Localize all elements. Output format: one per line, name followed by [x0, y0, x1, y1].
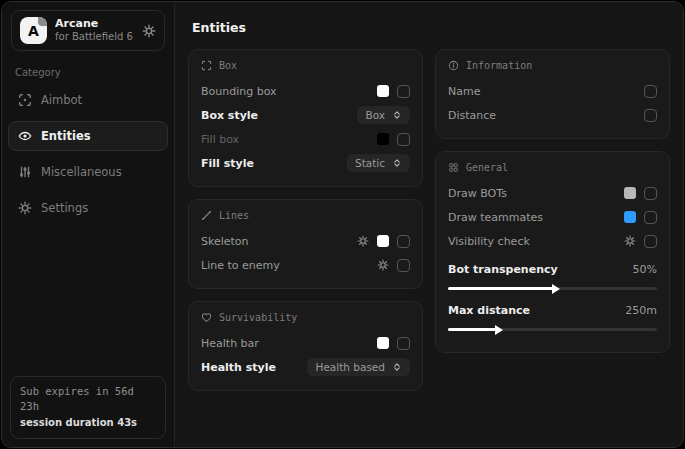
logo-corner-decoration	[38, 17, 47, 26]
color-swatch[interactable]	[377, 85, 389, 97]
brand-card: A Arcane for Battlefield 6	[11, 10, 165, 51]
row-skeleton: Skeleton	[201, 230, 410, 252]
slider-thumb[interactable]	[495, 325, 503, 335]
health-bar-checkbox[interactable]	[397, 337, 410, 350]
page-title: Entities	[192, 20, 670, 35]
bot-transparency-group: Bot transpenency 50%	[448, 258, 657, 290]
row-label: Line to enemy	[201, 259, 280, 272]
bot-transparency-value: 50%	[633, 263, 657, 276]
card-survivability: Survivability Health bar Health style He…	[188, 301, 423, 391]
row-name: Name	[448, 80, 657, 102]
color-swatch[interactable]	[377, 235, 389, 247]
sliders-icon	[17, 165, 32, 179]
bot-transparency-slider[interactable]	[448, 287, 657, 290]
line-to-enemy-settings-gear-icon[interactable]	[377, 259, 389, 271]
health-style-dropdown[interactable]: Health based	[307, 358, 410, 376]
brand-settings-icon[interactable]	[142, 24, 156, 38]
row-label: Box style	[201, 109, 258, 122]
row-health-style: Health style Health based	[201, 356, 410, 378]
brand-text: Arcane for Battlefield 6	[55, 17, 134, 43]
chevron-updown-icon	[392, 110, 402, 120]
draw-teammates-checkbox[interactable]	[644, 211, 657, 224]
row-label: Visibility check	[448, 235, 530, 248]
gear-icon	[17, 201, 32, 215]
card-box-header: Box	[201, 60, 410, 71]
row-label: Health style	[201, 361, 276, 374]
fill-box-checkbox[interactable]	[397, 133, 410, 146]
row-distance: Distance	[448, 104, 657, 126]
row-label: Name	[448, 85, 480, 98]
box-style-dropdown[interactable]: Box	[357, 106, 410, 124]
info-icon	[448, 60, 459, 71]
sidebar: A Arcane for Battlefield 6 Category Aimb…	[2, 2, 175, 447]
color-swatch[interactable]	[624, 211, 636, 223]
row-label: Draw BOTs	[448, 187, 507, 200]
row-label: Bounding box	[201, 85, 277, 98]
max-distance-value: 250m	[625, 304, 657, 317]
row-label: Fill box	[201, 133, 239, 146]
row-bounding-box: Bounding box	[201, 80, 410, 102]
session-duration-text: session duration 43s	[20, 415, 156, 430]
card-lines: Lines Skeleton Line to enem	[188, 199, 423, 289]
slider-thumb[interactable]	[552, 284, 560, 294]
row-max-distance: Max distance 250m	[448, 299, 657, 321]
skeleton-checkbox[interactable]	[397, 235, 410, 248]
fill-style-dropdown[interactable]: Static	[347, 154, 410, 172]
bounding-box-checkbox[interactable]	[397, 85, 410, 98]
card-title: Information	[466, 60, 532, 71]
sidebar-item-label: Settings	[41, 201, 88, 215]
category-label: Category	[15, 67, 174, 78]
row-label: Max distance	[448, 304, 530, 317]
grid-icon	[448, 162, 459, 173]
name-checkbox[interactable]	[644, 85, 657, 98]
visibility-check-checkbox[interactable]	[644, 235, 657, 248]
row-box-style: Box style Box	[201, 104, 410, 126]
subscription-info-card: Sub expires in 56d 23h session duration …	[10, 376, 166, 440]
color-swatch[interactable]	[624, 187, 636, 199]
box-icon	[201, 60, 212, 71]
color-swatch[interactable]	[377, 337, 389, 349]
sidebar-item-label: Aimbot	[41, 93, 82, 107]
sidebar-item-settings[interactable]: Settings	[8, 193, 168, 223]
app-logo: A	[20, 17, 47, 44]
row-bot-transparency: Bot transpenency 50%	[448, 258, 657, 280]
sidebar-item-entities[interactable]: Entities	[8, 121, 168, 151]
card-title: Box	[219, 60, 237, 71]
row-label: Draw teammates	[448, 211, 543, 224]
app-title: Arcane	[55, 17, 134, 31]
card-information: Information Name Distance	[435, 49, 670, 139]
skeleton-settings-gear-icon[interactable]	[357, 235, 369, 247]
left-column: Box Bounding box Box style Box	[188, 49, 423, 391]
distance-checkbox[interactable]	[644, 109, 657, 122]
row-health-bar: Health bar	[201, 332, 410, 354]
max-distance-group: Max distance 250m	[448, 299, 657, 331]
line-to-enemy-checkbox[interactable]	[397, 259, 410, 272]
sidebar-item-label: Miscellaneous	[41, 165, 122, 179]
app-subtitle: for Battlefield 6	[55, 31, 134, 44]
dropdown-value: Static	[355, 157, 385, 169]
main-panel: Entities Box Bounding box	[175, 2, 683, 447]
row-fill-box: Fill box	[201, 128, 410, 150]
chevron-updown-icon	[392, 158, 402, 168]
row-line-to-enemy: Line to enemy	[201, 254, 410, 276]
row-visibility-check: Visibility check	[448, 230, 657, 252]
visibility-check-settings-gear-icon[interactable]	[624, 235, 636, 247]
draw-bots-checkbox[interactable]	[644, 187, 657, 200]
color-swatch[interactable]	[377, 133, 389, 145]
max-distance-slider[interactable]	[448, 328, 657, 331]
chevron-updown-icon	[392, 362, 402, 372]
sub-expires-text: Sub expires in 56d 23h	[20, 384, 156, 416]
row-label: Distance	[448, 109, 496, 122]
line-icon	[201, 210, 212, 221]
card-title: General	[466, 162, 508, 173]
card-information-header: Information	[448, 60, 657, 71]
entities-eye-icon	[17, 129, 32, 143]
sidebar-item-miscellaneous[interactable]: Miscellaneous	[8, 157, 168, 187]
sidebar-item-label: Entities	[41, 129, 91, 143]
row-label: Skeleton	[201, 235, 249, 248]
dropdown-value: Health based	[315, 361, 385, 373]
card-general-header: General	[448, 162, 657, 173]
sidebar-item-aimbot[interactable]: Aimbot	[8, 85, 168, 115]
row-fill-style: Fill style Static	[201, 152, 410, 174]
heart-icon	[201, 312, 212, 323]
